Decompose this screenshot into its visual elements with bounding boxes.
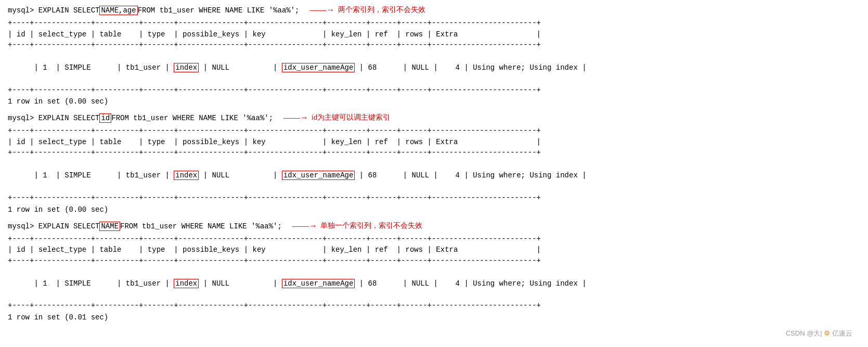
sql-line-1: mysql> EXPLAIN SELECT NAME,age FROM tb1_… (8, 5, 860, 15)
watermark-yisu: 亿速云 (832, 329, 852, 337)
watermark-icon: ⚙ (824, 329, 830, 337)
type-box-1: index (174, 63, 199, 72)
sql-highlight-2: id (99, 113, 111, 123)
key-box-1: idx_user_nameAge (282, 63, 355, 72)
divider-top-3: +----+-------------+----------+-------+-… (8, 234, 860, 245)
sql-prefix-1: mysql> EXPLAIN SELECT (8, 6, 99, 15)
annotation-2: ——→ id为主键可以调主键索引 (283, 113, 390, 122)
data-post-2: | 68 | NULL | 4 | Using where; Using ind… (355, 171, 586, 179)
page-wrapper: mysql> EXPLAIN SELECT NAME,age FROM tb1_… (8, 5, 860, 343)
type-box-2: index (174, 171, 199, 180)
annotation-3: ——→ 单独一个索引列，索引不会失效 (292, 221, 422, 230)
result-3: 1 row in set (0.01 sec) (8, 313, 860, 322)
annotation-text-1: 两个索引列，索引不会失效 (338, 5, 425, 15)
divider-mid-1: +----+-------------+----------+-------+-… (8, 40, 860, 50)
annotation-text-3: 单独一个索引列，索引不会失效 (320, 221, 422, 230)
data-row-3: | 1 | SIMPLE | tb1_user | index | NULL |… (8, 266, 860, 301)
data-mid-3: | NULL | (199, 279, 282, 288)
key-box-2: idx_user_nameAge (282, 171, 355, 180)
divider-mid-3: +----+-------------+----------+-------+-… (8, 256, 860, 266)
annotation-1: ——→ 两个索引列，索引不会失效 (310, 5, 425, 15)
header-row-2: | id | select_type | table | type | poss… (8, 136, 860, 148)
divider-bot-2: +----+-------------+----------+-------+-… (8, 193, 860, 203)
arrow-3: ——→ (292, 221, 317, 230)
data-post-1: | 68 | NULL | 4 | Using where; Using ind… (355, 63, 586, 72)
section-3: mysql> EXPLAIN SELECT NAME FROM tb1_user… (8, 221, 860, 322)
data-mid-2: | NULL | (199, 171, 282, 179)
result-1: 1 row in set (0.00 sec) (8, 97, 860, 106)
data-pre-2: | 1 | SIMPLE | tb1_user | (34, 171, 174, 179)
sql-suffix-1: FROM tb1_user WHERE NAME LIKE '%aa%'; (138, 6, 300, 15)
data-mid-1: | NULL | (199, 63, 282, 72)
divider-top-2: +----+-------------+----------+-------+-… (8, 126, 860, 136)
watermark: CSDN @大| ⚙ 亿速云 (786, 329, 852, 338)
divider-mid-2: +----+-------------+----------+-------+-… (8, 148, 860, 158)
sql-highlight-1: NAME,age (99, 6, 137, 15)
sql-line-2: mysql> EXPLAIN SELECT id FROM tb1_user W… (8, 113, 860, 123)
sql-prefix-3: mysql> EXPLAIN SELECT (8, 222, 99, 230)
sql-prefix-2: mysql> EXPLAIN SELECT (8, 114, 99, 122)
arrow-2: ——→ (283, 113, 308, 122)
key-box-3: idx_user_nameAge (282, 279, 355, 288)
sql-suffix-2: FROM tb1_user WHERE NAME LIKE '%aa%'; (111, 114, 273, 122)
annotation-text-2: id为主键可以调主键索引 (312, 113, 390, 122)
type-box-3: index (174, 279, 199, 288)
sql-suffix-3: FROM tb1_user WHERE NAME LIKE '%aa%'; (120, 222, 282, 230)
divider-bot-3: +----+-------------+----------+-------+-… (8, 301, 860, 311)
section-1: mysql> EXPLAIN SELECT NAME,age FROM tb1_… (8, 5, 860, 106)
sql-line-3: mysql> EXPLAIN SELECT NAME FROM tb1_user… (8, 221, 860, 231)
result-2: 1 row in set (0.00 sec) (8, 205, 860, 214)
header-row-3: | id | select_type | table | type | poss… (8, 244, 860, 255)
section-2: mysql> EXPLAIN SELECT id FROM tb1_user W… (8, 113, 860, 213)
data-pre-3: | 1 | SIMPLE | tb1_user | (34, 279, 174, 288)
arrow-1: ——→ (310, 5, 335, 15)
data-pre-1: | 1 | SIMPLE | tb1_user | (34, 63, 174, 72)
data-post-3: | 68 | NULL | 4 | Using where; Using ind… (355, 279, 586, 288)
divider-bot-1: +----+-------------+----------+-------+-… (8, 85, 860, 96)
sql-highlight-3: NAME (99, 222, 120, 231)
divider-top-1: +----+-------------+----------+-------+-… (8, 18, 860, 29)
data-row-2: | 1 | SIMPLE | tb1_user | index | NULL |… (8, 158, 860, 193)
header-row-1: | id | select_type | table | type | poss… (8, 29, 860, 40)
data-row-1: | 1 | SIMPLE | tb1_user | index | NULL |… (8, 50, 860, 85)
watermark-csdn: CSDN @大| (786, 329, 822, 337)
